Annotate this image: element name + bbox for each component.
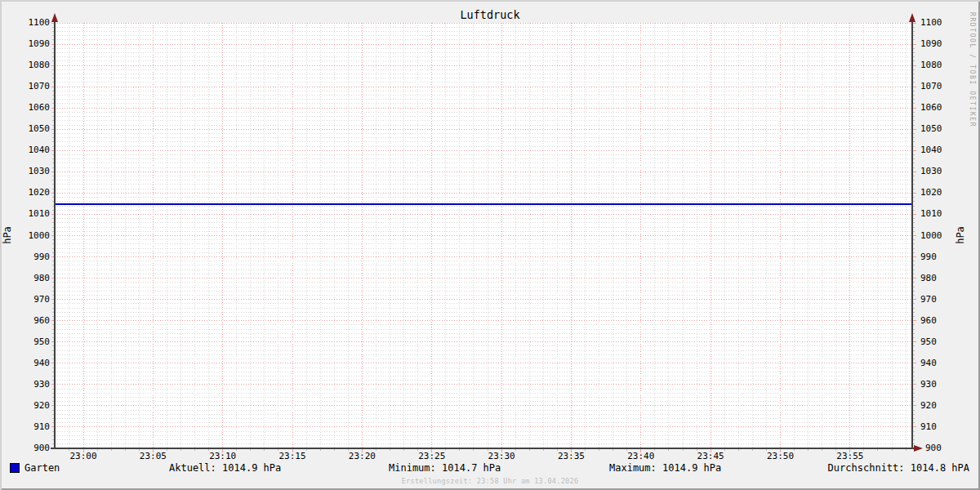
x-axis-tick-label: 23:35 — [550, 452, 592, 461]
x-axis-tick-label: 23:45 — [689, 452, 732, 461]
y-axis-tick-label-right: 920 — [920, 401, 937, 411]
y-axis-tick-label-left: 990 — [0, 252, 50, 262]
y-axis-tick-label-left: 1080 — [0, 60, 50, 70]
y-axis-tick-label-right: 950 — [920, 337, 937, 347]
x-axis-tick-label: 23:10 — [202, 452, 244, 461]
rrdtool-watermark: RRDTOOL / TOBI OETIKER — [967, 12, 977, 143]
y-axis-tick-label-left: 1040 — [0, 145, 50, 155]
y-axis-tick-label-right: 930 — [920, 380, 937, 390]
chart-title: Luftdruck — [0, 8, 980, 21]
y-axis-tick-label-left: 980 — [0, 274, 50, 283]
y-axis-tick-label-left: 940 — [0, 359, 50, 368]
stat-current: Aktuell: 1014.9 hPa — [169, 462, 281, 474]
x-axis-tick-label: 23:15 — [271, 452, 314, 461]
legend: Garten Aktuell: 1014.9 hPa Minimum: 1014… — [0, 462, 980, 474]
y-axis-tick-label-right: 1010 — [920, 209, 942, 219]
stat-average: Durchschnitt: 1014.8 hPA — [828, 462, 969, 474]
stat-minimum: Minimum: 1014.7 hPa — [389, 462, 501, 474]
y-axis-tick-label-left: 1070 — [0, 82, 50, 91]
y-axis-tick-label-right: 1050 — [920, 124, 942, 134]
y-axis-tick-label-right: 940 — [920, 359, 937, 368]
y-axis-tick-label-right: 1020 — [920, 188, 942, 198]
y-axis-tick-label-left: 930 — [0, 380, 50, 390]
y-axis-tick-label-left: 1030 — [0, 167, 50, 176]
series-color-swatch — [10, 463, 20, 473]
y-axis-tick-label-right: 1100 — [920, 18, 942, 28]
y-axis-tick-label-right: 970 — [920, 295, 937, 305]
creation-timestamp: Erstellungszeit: 23:58 Uhr am 13.04.2026 — [0, 477, 980, 485]
y-axis-tick-label-right: 960 — [920, 316, 937, 326]
x-axis-tick-label: 23:55 — [829, 452, 871, 461]
y-axis-unit-right: hPa — [955, 219, 966, 252]
y-axis-tick-label-right: 1090 — [920, 39, 942, 49]
x-axis-tick-label: 23:40 — [620, 452, 662, 461]
stat-maximum: Maximum: 1014.9 hPa — [609, 462, 721, 474]
y-axis-tick-label-left: 1020 — [0, 188, 50, 198]
y-axis-tick-label-left: 1090 — [0, 39, 50, 49]
y-axis-tick-label-right: 1060 — [920, 103, 942, 113]
x-axis-tick-label: 23:50 — [760, 452, 802, 461]
y-axis-tick-label-left: 970 — [0, 295, 50, 305]
rrdtool-pressure-graph: Luftdruck hPa hPa RRDTOOL / TOBI OETIKER… — [0, 0, 980, 490]
y-axis-tick-label-left: 920 — [0, 401, 50, 411]
x-axis-tick-label: 23:25 — [411, 452, 453, 461]
y-axis-tick-label-left: 1060 — [0, 103, 50, 113]
y-axis-tick-label-right: 1070 — [920, 82, 942, 91]
y-axis-tick-label-right: 1000 — [920, 231, 942, 241]
y-axis-tick-label-left: 910 — [0, 422, 50, 432]
plot-canvas — [0, 0, 980, 490]
y-axis-tick-label-left: 1050 — [0, 124, 50, 134]
y-axis-tick-label-left: 950 — [0, 337, 50, 347]
y-axis-tick-label-right: 900 — [925, 443, 942, 453]
y-axis-tick-label-left: 900 — [0, 443, 50, 453]
y-axis-tick-label-right: 1030 — [920, 167, 942, 176]
x-axis-tick-label: 23:30 — [480, 452, 523, 461]
y-axis-tick-label-right: 990 — [920, 252, 937, 262]
x-axis-tick-label: 23:20 — [341, 452, 383, 461]
y-axis-tick-label-left: 960 — [0, 316, 50, 326]
y-axis-tick-label-right: 910 — [920, 422, 937, 432]
series-label: Garten — [24, 462, 60, 474]
y-axis-tick-label-right: 1080 — [920, 60, 942, 70]
y-axis-tick-label-left: 1100 — [0, 18, 50, 28]
y-axis-tick-label-left: 1010 — [0, 209, 50, 219]
y-axis-tick-label-right: 980 — [920, 274, 937, 283]
y-axis-tick-label-right: 1040 — [920, 145, 942, 155]
y-axis-tick-label-left: 1000 — [0, 231, 50, 241]
x-axis-tick-label: 23:00 — [62, 452, 105, 461]
x-axis-tick-label: 23:05 — [131, 452, 174, 461]
